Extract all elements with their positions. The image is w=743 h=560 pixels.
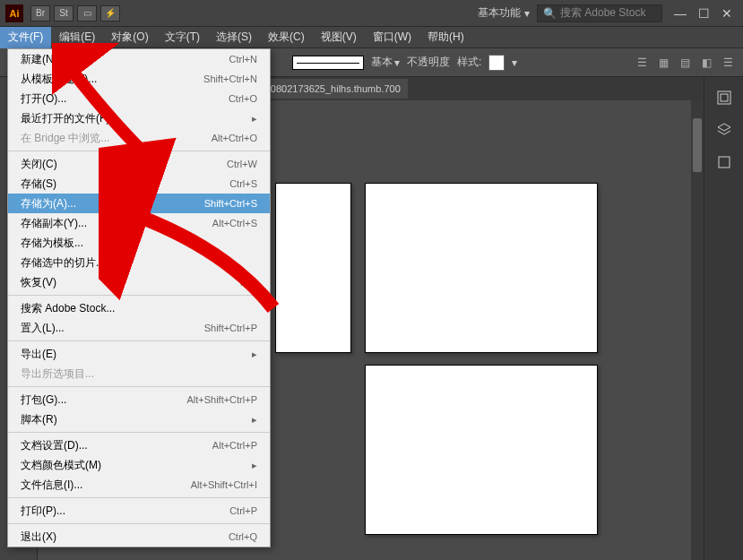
- style-swatch[interactable]: [488, 55, 505, 71]
- transform-icon[interactable]: ◧: [698, 55, 714, 71]
- file-menu-item[interactable]: 恢复(V)F12: [8, 272, 270, 292]
- file-menu-item[interactable]: 文件信息(I)...Alt+Shift+Ctrl+I: [8, 475, 270, 495]
- menu-item-label: 导出所选项目...: [21, 366, 257, 382]
- file-menu-item[interactable]: 文档颜色模式(M)▸: [8, 455, 270, 475]
- file-menu-item[interactable]: 关闭(C)Ctrl+W: [8, 154, 270, 174]
- file-menu-item[interactable]: 打开(O)...Ctrl+O: [8, 89, 270, 108]
- menu-item-label: 打开(O)...: [21, 91, 229, 107]
- menu-separator: [8, 523, 270, 524]
- file-menu-item[interactable]: 搜索 Adobe Stock...: [8, 298, 270, 318]
- menu-item-label: 脚本(R): [21, 412, 252, 427]
- stock-icon[interactable]: St: [54, 5, 73, 22]
- menu-item-label: 存储为模板...: [21, 236, 257, 251]
- menu-item-label: 新建(N)...: [21, 52, 229, 67]
- menu-item-label: 打包(G)...: [21, 392, 186, 408]
- menu-object[interactable]: 对象(O): [103, 27, 156, 48]
- svg-rect-0: [718, 91, 730, 104]
- menu-effect[interactable]: 效果(C): [260, 27, 313, 48]
- menu-item-label: 存储选中的切片...: [21, 255, 257, 271]
- file-menu-item[interactable]: 打印(P)...Ctrl+P: [8, 501, 270, 521]
- minimize-button[interactable]: —: [670, 6, 691, 21]
- file-menu-item[interactable]: 文档设置(D)...Alt+Ctrl+P: [8, 435, 270, 455]
- vertical-scrollbar[interactable]: [691, 100, 704, 560]
- chevron-down-icon: ▾: [524, 7, 530, 20]
- doc-setup-icon[interactable]: ☰: [634, 55, 650, 71]
- menu-shortcut: Shift+Ctrl+N: [203, 73, 257, 84]
- libraries-icon[interactable]: [714, 88, 734, 108]
- file-menu-item[interactable]: 新建(N)...Ctrl+N: [8, 49, 270, 69]
- menu-item-label: 在 Bridge 中浏览...: [21, 131, 212, 146]
- arrange-icon[interactable]: ▭: [77, 5, 97, 22]
- file-menu-item: 导出所选项目...: [8, 364, 270, 383]
- menu-item-label: 退出(X): [21, 530, 229, 545]
- menu-help[interactable]: 帮助(H): [419, 27, 472, 48]
- file-menu-item[interactable]: 从模板新建(T)...Shift+Ctrl+N: [8, 69, 270, 89]
- maximize-button[interactable]: ☐: [693, 6, 714, 21]
- close-button[interactable]: ✕: [716, 6, 738, 21]
- menu-shortcut: Ctrl+W: [227, 159, 257, 169]
- title-bar: Ai Br St ▭ ⚡ 基本功能 ▾ 🔍 搜索 Adobe Stock — ☐…: [0, 0, 743, 27]
- menu-separator: [8, 340, 270, 341]
- menu-separator: [8, 295, 270, 296]
- svg-rect-1: [721, 94, 728, 101]
- prefs-icon[interactable]: ▦: [655, 55, 671, 71]
- file-menu-item[interactable]: 存储为模板...: [8, 233, 270, 253]
- file-menu-item[interactable]: 存储选中的切片...: [8, 253, 270, 272]
- menu-item-label: 打印(P)...: [21, 504, 229, 519]
- menu-shortcut: Ctrl+O: [229, 93, 257, 104]
- menu-item-label: 存储为(A)...: [21, 196, 204, 211]
- artboard-1[interactable]: [275, 183, 351, 353]
- stroke-style-dropdown[interactable]: 基本 ▾: [371, 55, 400, 70]
- file-menu-item[interactable]: 置入(L)...Shift+Ctrl+P: [8, 318, 270, 338]
- menu-window[interactable]: 窗口(W): [365, 27, 419, 48]
- more-icon[interactable]: ☰: [720, 55, 736, 71]
- menu-item-label: 文档颜色模式(M): [21, 458, 252, 473]
- bridge-icon[interactable]: Br: [30, 5, 50, 22]
- submenu-arrow-icon: ▸: [252, 349, 257, 360]
- file-menu-item[interactable]: 存储(S)Ctrl+S: [8, 174, 270, 194]
- file-menu-item[interactable]: 最近打开的文件(F)▸: [8, 108, 270, 128]
- file-menu-item[interactable]: 脚本(R)▸: [8, 409, 270, 429]
- style-dropdown[interactable]: ▾: [512, 56, 517, 69]
- workspace-switcher[interactable]: 基本功能 ▾: [471, 4, 537, 22]
- stroke-preview[interactable]: [292, 56, 364, 70]
- gpu-icon[interactable]: ⚡: [100, 5, 120, 22]
- menu-item-label: 最近打开的文件(F): [21, 111, 252, 126]
- artboard-2[interactable]: [365, 183, 598, 353]
- menu-file[interactable]: 文件(F): [0, 27, 51, 48]
- menu-shortcut: Ctrl+N: [229, 54, 257, 65]
- menu-item-label: 文档设置(D)...: [21, 438, 212, 453]
- menu-edit[interactable]: 编辑(E): [51, 27, 103, 48]
- menu-shortcut: Alt+Shift+Ctrl+P: [186, 394, 257, 405]
- menu-item-label: 存储副本(Y)...: [21, 216, 212, 231]
- menu-view[interactable]: 视图(V): [313, 27, 365, 48]
- file-menu-item[interactable]: 存储副本(Y)...Alt+Ctrl+S: [8, 213, 270, 233]
- file-menu-item[interactable]: 打包(G)...Alt+Shift+Ctrl+P: [8, 390, 270, 409]
- submenu-arrow-icon: ▸: [252, 414, 257, 426]
- menu-item-label: 存储(S): [21, 177, 229, 192]
- opacity-label: 不透明度: [407, 55, 450, 70]
- menu-shortcut: Shift+Ctrl+P: [204, 323, 257, 333]
- file-menu-item: 在 Bridge 中浏览...Alt+Ctrl+O: [8, 128, 270, 148]
- menu-shortcut: Ctrl+S: [229, 178, 257, 189]
- stock-search-input[interactable]: 🔍 搜索 Adobe Stock: [537, 4, 662, 22]
- menu-type[interactable]: 文字(T): [157, 27, 208, 48]
- menu-select[interactable]: 选择(S): [208, 27, 260, 48]
- menu-shortcut: Alt+Ctrl+P: [212, 440, 257, 451]
- workspace-label: 基本功能: [478, 5, 521, 21]
- scrollbar-thumb[interactable]: [693, 118, 702, 172]
- artboard-3[interactable]: [365, 365, 598, 535]
- search-icon: 🔍: [543, 7, 557, 20]
- menu-shortcut: F12: [240, 277, 257, 288]
- menu-separator: [8, 386, 270, 387]
- submenu-arrow-icon: ▸: [252, 113, 257, 125]
- file-menu-item[interactable]: 退出(X)Ctrl+Q: [8, 527, 270, 547]
- file-menu-item[interactable]: 存储为(A)...Shift+Ctrl+S: [8, 194, 270, 213]
- artboards-icon[interactable]: [714, 152, 734, 172]
- layers-icon[interactable]: [714, 120, 734, 140]
- menu-item-label: 从模板新建(T)...: [21, 72, 203, 87]
- align-icon[interactable]: ▤: [677, 55, 693, 71]
- menu-item-label: 文件信息(I)...: [21, 478, 191, 493]
- menu-bar: 文件(F) 编辑(E) 对象(O) 文字(T) 选择(S) 效果(C) 视图(V…: [0, 27, 743, 48]
- file-menu-item[interactable]: 导出(E)▸: [8, 344, 270, 364]
